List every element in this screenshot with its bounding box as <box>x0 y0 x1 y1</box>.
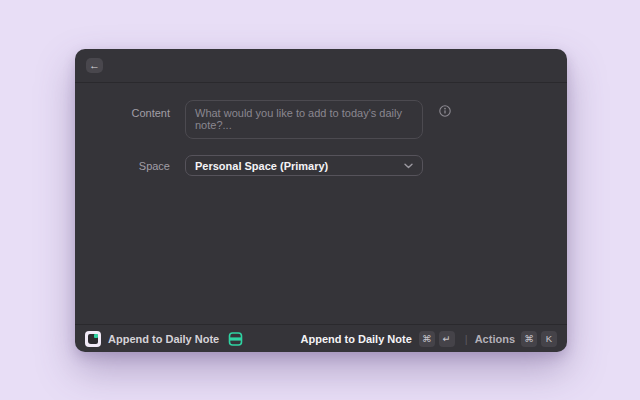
space-select-value: Personal Space (Primary) <box>195 160 328 172</box>
k-key-badge[interactable]: K <box>541 331 557 347</box>
space-label: Space <box>75 160 185 172</box>
desktop-background: ← Content Space <box>0 0 640 400</box>
info-icon[interactable] <box>439 103 451 115</box>
footer-actions: Append to Daily Note ⌘ ↵ | Actions ⌘ K <box>301 331 557 347</box>
command-key-badge[interactable]: ⌘ <box>419 331 435 347</box>
footer-separator: | <box>465 333 468 345</box>
daily-note-green-icon <box>228 332 243 346</box>
capacities-app-icon <box>85 331 101 347</box>
footer-command-title: Append to Daily Note <box>108 333 219 345</box>
space-row: Space Personal Space (Primary) <box>75 155 567 176</box>
content-input[interactable] <box>185 100 423 139</box>
arrow-left-icon: ← <box>89 60 100 71</box>
space-field-wrap: Personal Space (Primary) <box>185 155 423 176</box>
content-label: Content <box>75 100 185 139</box>
primary-action-label[interactable]: Append to Daily Note <box>301 333 412 345</box>
window-footer: Append to Daily Note Append to Daily Not… <box>75 324 567 352</box>
command-key-badge-2[interactable]: ⌘ <box>521 331 537 347</box>
form-body: Content Space Personal <box>75 83 567 324</box>
content-field-wrap <box>185 100 423 139</box>
return-key-badge[interactable]: ↵ <box>439 331 455 347</box>
window-header: ← <box>75 49 567 83</box>
chevron-down-icon <box>404 163 413 169</box>
raycast-window: ← Content Space <box>75 49 567 352</box>
actions-menu-label[interactable]: Actions <box>475 333 515 345</box>
space-select[interactable]: Personal Space (Primary) <box>185 155 423 176</box>
back-button[interactable]: ← <box>86 58 103 73</box>
content-row: Content <box>75 100 567 139</box>
